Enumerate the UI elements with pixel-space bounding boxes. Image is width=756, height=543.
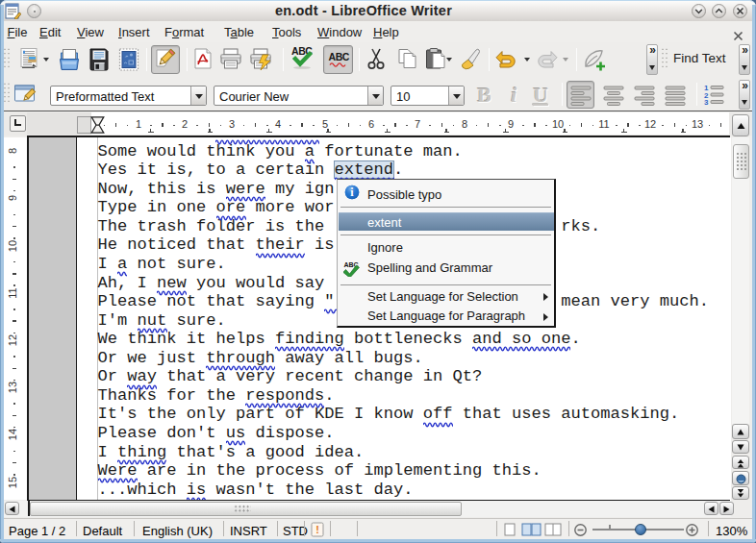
svg-text:!: ! xyxy=(315,524,319,535)
svg-text:3: 3 xyxy=(704,98,709,106)
svg-text:ABC: ABC xyxy=(329,51,350,62)
